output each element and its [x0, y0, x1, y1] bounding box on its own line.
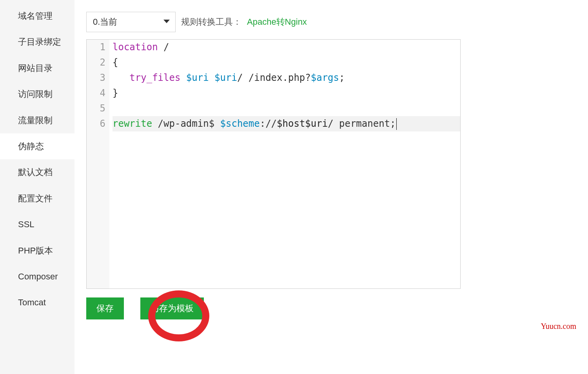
apache-to-nginx-link[interactable]: Apache转Nginx [247, 16, 307, 28]
line-number: 2 [87, 55, 105, 70]
line-number: 1 [87, 40, 105, 55]
code-editor[interactable]: 1 2 3 4 5 6 location / { try_files $uri … [86, 39, 461, 289]
sidebar-item-config-file[interactable]: 配置文件 [0, 186, 74, 212]
template-select[interactable]: 0.当前 [86, 12, 176, 32]
toolbar: 0.当前 规则转换工具：Apache转Nginx [86, 12, 576, 32]
line-number: 6 [87, 116, 105, 131]
save-button[interactable]: 保存 [86, 297, 124, 319]
code-line-current: rewrite /wp-admin$ $scheme://$host$uri/ … [113, 116, 460, 131]
line-number: 3 [87, 70, 105, 86]
convert-label: 规则转换工具： [181, 16, 241, 28]
sidebar-item-rewrite[interactable]: 伪静态 [0, 133, 74, 159]
watermark: Yuucn.com [541, 322, 576, 331]
sidebar-item-tomcat[interactable]: Tomcat [0, 290, 74, 316]
sidebar-item-ssl[interactable]: SSL [0, 212, 74, 237]
template-select-wrap: 0.当前 [86, 12, 176, 32]
code-content[interactable]: location / { try_files $uri $uri/ /index… [109, 40, 460, 288]
sidebar-item-sitedir[interactable]: 网站目录 [0, 55, 74, 81]
main-panel: 0.当前 规则转换工具：Apache转Nginx 1 2 3 4 5 6 loc… [74, 0, 588, 374]
code-line [113, 101, 460, 116]
sidebar-item-composer[interactable]: Composer [0, 264, 74, 290]
code-line: } [113, 86, 460, 101]
sidebar-item-domain[interactable]: 域名管理 [0, 3, 74, 29]
code-line: try_files $uri $uri/ /index.php?$args; [113, 70, 460, 86]
line-number-gutter: 1 2 3 4 5 6 [87, 40, 109, 288]
line-number: 5 [87, 101, 105, 116]
button-row: 保存 另存为模板 [86, 297, 576, 319]
code-line: location / [113, 40, 460, 55]
sidebar-item-php-version[interactable]: PHP版本 [0, 238, 74, 264]
save-as-template-button[interactable]: 另存为模板 [140, 297, 204, 319]
code-line: { [113, 55, 460, 70]
sidebar-item-traffic-limit[interactable]: 流量限制 [0, 108, 74, 133]
sidebar: 域名管理 子目录绑定 网站目录 访问限制 流量限制 伪静态 默认文档 配置文件 … [0, 0, 74, 374]
text-cursor [396, 118, 397, 130]
line-number: 4 [87, 86, 105, 101]
sidebar-item-access-limit[interactable]: 访问限制 [0, 81, 74, 107]
sidebar-item-subdir[interactable]: 子目录绑定 [0, 29, 74, 55]
sidebar-item-default-doc[interactable]: 默认文档 [0, 159, 74, 185]
